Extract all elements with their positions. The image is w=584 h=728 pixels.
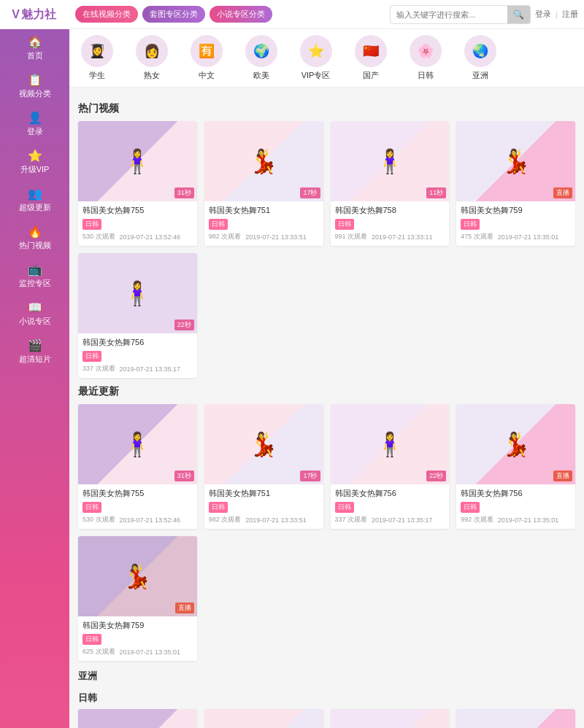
sidebar-item-categories[interactable]: 📋 视频分类 [0, 67, 69, 105]
views-hot-extra-1: 337 次观看 [82, 364, 115, 373]
views-hot-1: 530 次观看 [82, 232, 115, 241]
video-badge-recent-3: 22秒 [426, 471, 446, 481]
search-bar: 🔍 [390, 5, 531, 24]
date-hot-extra-1: 2019-07-21 13:35:17 [120, 365, 181, 373]
sidebar-item-login[interactable]: 👤 登录 [0, 105, 69, 143]
video-card-recent-4[interactable]: 💃 直播 韩国美女热舞756 日韩 992 次观看 2019-07-21 13:… [456, 404, 575, 529]
video-card-japan-2[interactable]: 💃 17秒 韩国美女热舞751 日韩 982 次观看 2019-07-21 13… [204, 709, 323, 728]
video-card-hot-4[interactable]: 💃 直播 韩国美女热舞759 日韩 475 次观看 2019-07-21 13:… [456, 121, 575, 246]
hot-icon: 🔥 [28, 225, 42, 239]
video-meta-hot-3: 991 次观看 2019-07-21 13:33:11 [335, 232, 445, 241]
cat-student[interactable]: 👩‍🎓 学生 [77, 35, 117, 81]
cat-avatar-japan: 🌸 [410, 35, 442, 67]
video-tag-hot-1: 日韩 [82, 219, 101, 230]
cat-avatar-chinese: 🈶 [191, 35, 223, 67]
live-btn[interactable]: 在线视频分类 [75, 6, 138, 23]
video-card-recent-1[interactable]: 🧍‍♀️ 31秒 韩国美女热舞755 日韩 530 次观看 2019-07-21… [78, 404, 197, 529]
video-title-recent-extra-1: 韩国美女热舞759 [82, 620, 193, 631]
video-info-recent-4: 韩国美女热舞756 日韩 992 次观看 2019-07-21 13:35:01 [456, 484, 575, 529]
cat-label-domestic: 国产 [363, 70, 379, 81]
video-card-hot-2[interactable]: 💃 17秒 韩国美女热舞751 日韩 982 次观看 2019-07-21 13… [204, 121, 323, 246]
video-badge-recent-2: 17秒 [300, 471, 320, 481]
cat-avatar-asia: 🌏 [464, 35, 496, 67]
video-tag-hot-extra-1: 日韩 [82, 351, 101, 362]
video-card-recent-3[interactable]: 🧍‍♀️ 22秒 韩国美女热舞756 日韩 337 次观看 2019-07-21… [331, 404, 450, 529]
video-badge-recent-4: 直播 [553, 471, 572, 481]
date-hot-3: 2019-07-21 13:33:11 [372, 233, 433, 241]
album-btn[interactable]: 套图专区分类 [142, 6, 205, 23]
video-badge-hot-extra-1: 22秒 [174, 320, 194, 330]
sidebar-item-short[interactable]: 🎬 超清短片 [0, 333, 69, 371]
video-info-hot-4: 韩国美女热舞759 日韩 475 次观看 2019-07-21 13:35:01 [456, 201, 575, 246]
login-link[interactable]: 登录 [535, 9, 551, 20]
sidebar-item-personal[interactable]: 👥 超级更新 [0, 181, 69, 219]
video-meta-recent-1: 530 次观看 2019-07-21 13:52:46 [82, 515, 193, 524]
video-title-hot-3: 韩国美女热舞758 [335, 205, 445, 216]
cat-japan[interactable]: 🌸 日韩 [405, 35, 445, 81]
video-thumb-hot-3: 🧍‍♀️ 11秒 [331, 121, 450, 201]
topbar: 在线视频分类 套图专区分类 小说专区分类 🔍 登录 | 注册 [69, 0, 584, 29]
video-card-japan-4[interactable]: 💃 直播 韩国美女热舞758 日韩 992 次观看 2019-07-21 13:… [456, 709, 575, 728]
video-thumb-hot-2: 💃 17秒 [204, 121, 323, 201]
sidebar-item-vip[interactable]: ⭐ 升级VIP [0, 143, 69, 181]
sidebar-item-monitor[interactable]: 📺 监控专区 [0, 257, 69, 295]
video-thumb-japan-4: 💃 直播 [456, 709, 575, 728]
cat-domestic[interactable]: 🇨🇳 国产 [350, 35, 391, 81]
search-input[interactable] [391, 10, 507, 19]
video-badge-recent-1: 31秒 [174, 471, 194, 481]
video-card-hot-extra-1[interactable]: 🧍‍♀️ 22秒 韩国美女热舞756 日韩 337 次观看 2019-07-21… [78, 253, 197, 378]
video-meta-recent-2: 982 次观看 2019-07-21 13:33:51 [209, 515, 319, 524]
cat-label-student: 学生 [89, 70, 105, 81]
hot-section-title: 热门视频 [78, 102, 575, 115]
cat-chinese[interactable]: 🈶 中文 [186, 35, 226, 81]
cat-asia[interactable]: 🌏 亚洲 [460, 35, 500, 81]
sidebar-label-personal: 超级更新 [19, 202, 51, 213]
cat-vip[interactable]: ⭐ VIP专区 [296, 35, 336, 81]
auth-area: 登录 | 注册 [535, 9, 578, 20]
video-meta-hot-2: 982 次观看 2019-07-21 13:33:51 [209, 232, 319, 241]
video-tag-recent-2: 日韩 [209, 502, 228, 513]
video-thumb-recent-3: 🧍‍♀️ 22秒 [331, 404, 450, 484]
video-tag-recent-3: 日韩 [335, 502, 354, 513]
cat-avatar-europe: 🌍 [245, 35, 277, 67]
video-card-hot-3[interactable]: 🧍‍♀️ 11秒 韩国美女热舞758 日韩 991 次观看 2019-07-21… [331, 121, 450, 246]
video-title-hot-4: 韩国美女热舞759 [461, 205, 571, 216]
video-card-recent-extra-1[interactable]: 💃 直播 韩国美女热舞759 日韩 625 次观看 2019-07-21 13:… [78, 536, 197, 661]
video-thumb-hot-extra-1: 🧍‍♀️ 22秒 [78, 253, 197, 333]
cat-europe[interactable]: 🌍 欧美 [241, 35, 281, 81]
video-thumb-recent-1: 🧍‍♀️ 31秒 [78, 404, 197, 484]
video-meta-hot-4: 475 次观看 2019-07-21 13:35:01 [461, 232, 571, 241]
video-card-hot-1[interactable]: 🧍‍♀️ 31秒 韩国美女热舞755 日韩 530 次观看 2019-07-21… [78, 121, 197, 246]
video-card-japan-1[interactable]: 🧍‍♀️ 31秒 韩国美女热舞755 日韩 530 次观看 2019-07-21… [78, 709, 197, 728]
video-meta-recent-3: 337 次观看 2019-07-21 13:35:17 [335, 515, 445, 524]
sidebar-item-novel[interactable]: 📖 小说专区 [0, 295, 69, 333]
views-hot-4: 475 次观看 [461, 232, 493, 241]
video-card-recent-2[interactable]: 💃 17秒 韩国美女热舞751 日韩 982 次观看 2019-07-21 13… [204, 404, 323, 529]
login-icon: 👤 [28, 111, 42, 125]
cat-label-vip: VIP专区 [301, 70, 331, 81]
novel-btn[interactable]: 小说专区分类 [210, 6, 272, 23]
video-title-hot-1: 韩国美女热舞755 [82, 205, 193, 216]
video-info-hot-extra-1: 韩国美女热舞756 日韩 337 次观看 2019-07-21 13:35:17 [78, 333, 197, 378]
search-button[interactable]: 🔍 [507, 6, 530, 23]
register-link[interactable]: 注册 [562, 9, 578, 20]
cat-mature[interactable]: 👩 熟女 [131, 35, 172, 81]
novel-icon: 📖 [28, 301, 42, 314]
personal-icon: 👥 [28, 187, 42, 201]
sidebar-item-home[interactable]: 🏠 首页 [0, 29, 69, 67]
video-title-recent-2: 韩国美女热舞751 [209, 488, 319, 499]
video-info-hot-2: 韩国美女热舞751 日韩 982 次观看 2019-07-21 13:33:51 [204, 201, 323, 246]
video-title-recent-3: 韩国美女热舞756 [335, 488, 445, 499]
recent-extra-grid: 💃 直播 韩国美女热舞759 日韩 625 次观看 2019-07-21 13:… [78, 536, 575, 661]
cat-label-asia: 亚洲 [472, 70, 488, 81]
video-thumb-japan-2: 💃 17秒 [204, 709, 323, 728]
video-info-recent-1: 韩国美女热舞755 日韩 530 次观看 2019-07-21 13:52:46 [78, 484, 197, 529]
video-tag-hot-4: 日韩 [461, 219, 480, 230]
video-badge-recent-extra-1: 直播 [175, 603, 194, 613]
sidebar-label-home: 首页 [27, 50, 43, 61]
sidebar-label-vip: 升级VIP [20, 164, 50, 175]
cat-avatar-mature: 👩 [136, 35, 168, 67]
video-thumb-recent-4: 💃 直播 [456, 404, 575, 484]
video-card-japan-3[interactable]: 🧍‍♀️ 22秒 韩国美女热舞756 日韩 337 次观看 2019-07-21… [331, 709, 450, 728]
sidebar-item-hot[interactable]: 🔥 热门视频 [0, 219, 69, 257]
